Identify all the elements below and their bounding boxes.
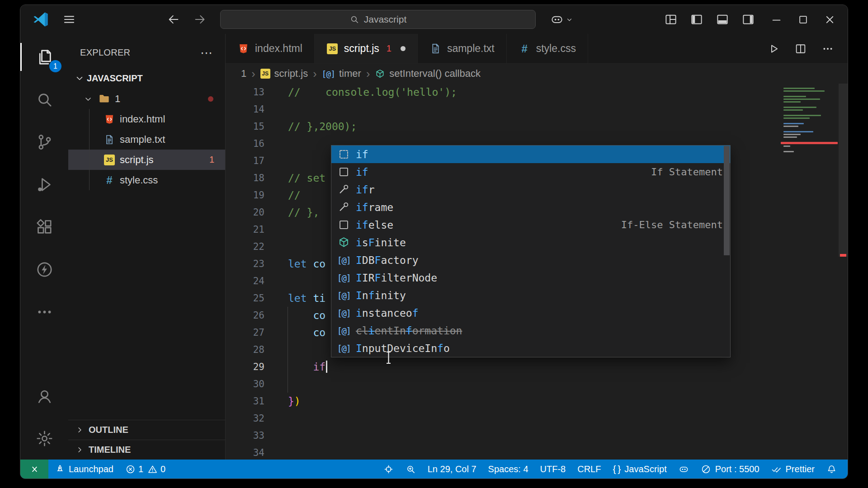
suggest-scrollbar[interactable] xyxy=(724,146,730,357)
file-tree: 1index.htmlsample.txtJSscript.js1#style.… xyxy=(68,89,225,190)
suggest-item-IIRFilterNode[interactable]: [@]IIRFilterNode xyxy=(331,269,730,286)
split-editor-icon[interactable] xyxy=(794,42,807,55)
status-language[interactable]: { }JavaScript xyxy=(607,460,672,479)
suggest-item-if[interactable]: if xyxy=(331,145,730,163)
status-eol[interactable]: CRLF xyxy=(571,460,607,479)
line-number: 30 xyxy=(226,375,264,393)
status-port[interactable]: Port : 5500 xyxy=(695,460,765,479)
symbol-event-icon: [@] xyxy=(338,307,350,319)
copilot-icon xyxy=(550,13,564,26)
tab-problem-badge: 1 xyxy=(387,43,392,54)
run-code-icon[interactable] xyxy=(767,42,780,55)
code-line-33[interactable]: 33 xyxy=(226,427,848,444)
error-icon xyxy=(125,464,136,474)
command-center-search[interactable]: Javascript xyxy=(220,10,536,29)
maximize-button[interactable] xyxy=(797,14,809,26)
editor-group: index.htmlJSscript.js1sample.txt#style.c… xyxy=(226,34,848,460)
customize-layout-icon[interactable] xyxy=(664,13,678,26)
file-index.html[interactable]: index.html xyxy=(68,109,225,129)
suggest-item-instanceof[interactable]: [@]instanceof xyxy=(331,304,730,322)
file-label: script.js xyxy=(120,154,154,166)
status-problems[interactable]: 10 xyxy=(119,460,171,479)
status-remote[interactable] xyxy=(20,460,48,479)
tab-label: sample.txt xyxy=(447,42,495,55)
suggest-item-clientInformation[interactable]: [@]clientInformation xyxy=(331,322,730,339)
scrollbar-thumb[interactable] xyxy=(839,84,848,257)
activity-extensions[interactable] xyxy=(20,206,68,248)
toggle-panel-icon[interactable] xyxy=(716,13,729,26)
code-line-31[interactable]: 31}) xyxy=(226,393,848,410)
menu-icon[interactable] xyxy=(62,12,76,27)
activity-thunder[interactable] xyxy=(20,248,68,291)
activity-settings[interactable] xyxy=(20,417,68,460)
copilot-menu[interactable] xyxy=(550,13,574,26)
code-line-13[interactable]: 13// console.log('hello'); xyxy=(226,84,848,101)
back-arrow-icon[interactable] xyxy=(167,13,180,26)
code-line-32[interactable]: 32 xyxy=(226,410,848,427)
suggest-item-isFinite[interactable]: isFinite xyxy=(331,234,730,251)
status-encoding[interactable]: UTF-8 xyxy=(534,460,572,479)
activity-run-debug[interactable] xyxy=(20,163,68,206)
tab-index.html[interactable]: index.html xyxy=(226,34,315,63)
js-file-icon: JS xyxy=(260,69,270,79)
thunder-icon xyxy=(35,260,54,279)
chevron-down-icon xyxy=(74,72,85,84)
status-prettier[interactable]: Prettier xyxy=(765,460,821,479)
run-debug-icon xyxy=(35,175,54,194)
tab-style.css[interactable]: #style.css xyxy=(507,34,588,63)
status-notifications[interactable] xyxy=(821,460,845,479)
layout-controls xyxy=(664,13,755,26)
breadcrumb-item[interactable]: 1 xyxy=(241,68,246,80)
file-sample.txt[interactable]: sample.txt xyxy=(68,129,225,150)
txt-file-icon xyxy=(429,42,442,55)
suggest-item-IDBFactory[interactable]: [@]IDBFactory xyxy=(331,251,730,269)
status-zoom[interactable] xyxy=(400,460,422,479)
line-number: 31 xyxy=(226,393,264,410)
breadcrumb-item[interactable]: setInterval() callback xyxy=(375,68,481,80)
breadcrumb-item[interactable]: [@]timer xyxy=(321,68,361,80)
breadcrumb-item[interactable]: JSscript.js xyxy=(260,68,308,80)
status-copilot[interactable] xyxy=(673,460,695,479)
editor-more-icon[interactable] xyxy=(821,42,834,55)
indent-guide xyxy=(288,324,288,341)
activity-explorer[interactable]: 1 xyxy=(20,36,68,78)
views-more-icon[interactable]: ⋯ xyxy=(200,51,213,55)
folder-1[interactable]: 1 xyxy=(68,89,225,109)
code-line-30[interactable]: 30 xyxy=(226,375,848,393)
suggest-item-ifelse[interactable]: ifelseIf-Else Statement xyxy=(331,216,730,234)
code-line-29[interactable]: 29 if xyxy=(226,358,848,375)
toggle-sidebar-icon[interactable] xyxy=(690,13,703,26)
tab-script.js[interactable]: JSscript.js1 xyxy=(315,34,418,63)
suggest-item-ifr[interactable]: ifr xyxy=(331,181,730,198)
file-script.js[interactable]: JSscript.js1 xyxy=(68,150,225,170)
suggest-item-iframe[interactable]: iframe xyxy=(331,198,730,216)
section-outline[interactable]: OUTLINE xyxy=(68,420,225,440)
code-line-15[interactable]: 15// },2000); xyxy=(226,118,848,135)
suggest-item-if[interactable]: ifIf Statement xyxy=(331,163,730,181)
forward-arrow-icon[interactable] xyxy=(193,13,207,26)
suggest-detail: If-Else Statement xyxy=(621,219,723,230)
code-editor[interactable]: 13// console.log('hello');1415// },2000)… xyxy=(226,84,848,460)
activity-account[interactable] xyxy=(20,375,68,417)
close-button[interactable] xyxy=(824,14,836,26)
indent-guide xyxy=(288,375,288,393)
toggle-secondary-sidebar-icon[interactable] xyxy=(741,13,755,26)
minimize-button[interactable] xyxy=(770,14,783,26)
suggest-item-Infinity[interactable]: [@]Infinity xyxy=(331,286,730,304)
status-screencast[interactable] xyxy=(377,460,400,479)
file-style.css[interactable]: #style.css xyxy=(68,170,225,190)
section-javascript[interactable]: JAVASCRIPT xyxy=(68,68,225,89)
activity-source-control[interactable] xyxy=(20,121,68,163)
activity-more[interactable] xyxy=(20,291,68,333)
status-cursor-position[interactable]: Ln 29, Col 7 xyxy=(422,460,482,479)
tab-sample.txt[interactable]: sample.txt xyxy=(418,34,507,63)
section-timeline[interactable]: TIMELINE xyxy=(68,440,225,460)
activity-search[interactable] xyxy=(20,78,68,121)
code-line-14[interactable]: 14 xyxy=(226,101,848,118)
minimap[interactable] xyxy=(781,84,838,460)
code-line-34[interactable]: 34 xyxy=(226,444,848,460)
status-launchpad[interactable]: Launchpad xyxy=(48,460,119,479)
overview-ruler[interactable] xyxy=(839,84,848,460)
minimap-error-line xyxy=(781,142,838,144)
status-indentation[interactable]: Spaces: 4 xyxy=(482,460,534,479)
